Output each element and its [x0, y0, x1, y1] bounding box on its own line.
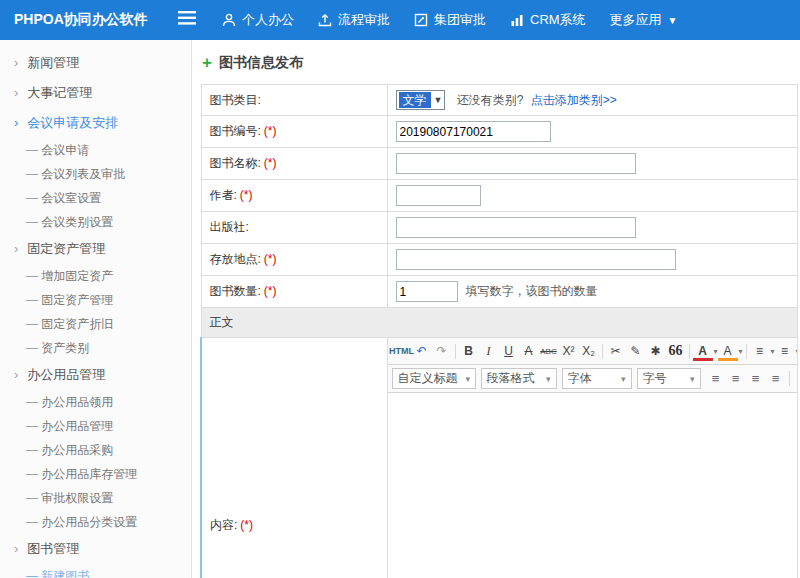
book-name-input[interactable] — [396, 153, 636, 174]
nav-item-personal-office[interactable]: 个人办公 — [222, 11, 294, 29]
category-select[interactable]: 文学 ▼ — [396, 90, 446, 110]
numbered-list-button[interactable]: ≡ — [775, 341, 795, 361]
required-mark: (*) — [240, 518, 253, 532]
nav-item-more-apps[interactable]: 更多应用 ▼ — [610, 11, 678, 29]
sidebar-item-meeting-apply[interactable]: 会议申请 — [0, 138, 191, 162]
subscript-button[interactable]: X₂ — [579, 341, 599, 361]
nav-item-crm[interactable]: CRM系统 — [510, 11, 586, 29]
author-label: 作者: — [210, 188, 237, 202]
required-mark: (*) — [264, 284, 277, 298]
toolbar-separator — [455, 344, 456, 359]
crm-chart-icon — [510, 13, 524, 27]
cut-icon[interactable]: ✂ — [606, 341, 626, 361]
font-size-dropdown[interactable]: 字号 — [637, 368, 701, 389]
quantity-input[interactable] — [396, 281, 458, 302]
spellcheck-button[interactable]: ABC — [539, 341, 559, 361]
chevron-right-icon: › — [14, 369, 18, 381]
sidebar-item-supplies-claim[interactable]: 办公用品领用 — [0, 390, 191, 414]
required-mark: (*) — [240, 188, 253, 202]
clear-format-icon[interactable]: ✱ — [646, 341, 666, 361]
sidebar-item-meeting-list-approval[interactable]: 会议列表及审批 — [0, 162, 191, 186]
bullet-list-button[interactable]: ≡ — [750, 341, 770, 361]
workflow-approval-icon — [318, 13, 332, 27]
required-mark: (*) — [264, 252, 277, 266]
book-number-label: 图书编号: — [210, 124, 261, 138]
location-input[interactable] — [396, 249, 676, 270]
form-row-quantity: 图书数量:(*) 填写数字，该图书的数量 — [201, 276, 798, 308]
toolbar-separator — [689, 344, 690, 359]
required-mark: (*) — [264, 156, 277, 170]
nav-label: 流程审批 — [338, 11, 390, 29]
sidebar-item-add-fixed-asset[interactable]: 增加固定资产 — [0, 264, 191, 288]
main-content: + 图书信息发布 图书类目: 文学 ▼ 还没有类别? 点击添加类别>> 图书编号… — [192, 40, 800, 578]
align-right-icon[interactable]: ≡ — [746, 369, 766, 389]
highlight-color-caret-icon[interactable]: ▾ — [739, 347, 743, 356]
nav-item-workflow-approval[interactable]: 流程审批 — [318, 11, 390, 29]
publisher-input[interactable] — [396, 217, 636, 238]
toolbar-separator — [789, 371, 790, 386]
author-input[interactable] — [396, 185, 481, 206]
bold-button[interactable]: B — [459, 341, 479, 361]
select-arrow-icon: ▼ — [434, 95, 443, 105]
align-left-icon[interactable]: ≡ — [706, 369, 726, 389]
publisher-label: 出版社: — [210, 220, 249, 234]
sidebar-group-fixed-assets[interactable]: ›固定资产管理 — [0, 234, 191, 264]
sidebar-group-news-management[interactable]: ›新闻管理 — [0, 48, 191, 78]
sidebar-item-supplies-management[interactable]: 办公用品管理 — [0, 414, 191, 438]
sidebar-item-approval-permission-settings[interactable]: 审批权限设置 — [0, 486, 191, 510]
sidebar-item-supplies-category-settings[interactable]: 办公用品分类设置 — [0, 510, 191, 534]
italic-button[interactable]: I — [479, 341, 499, 361]
quantity-hint: 填写数字，该图书的数量 — [466, 284, 598, 298]
html-source-button[interactable]: HTML — [392, 341, 412, 361]
top-header: PHPOA协同办公软件 个人办公 流程审批 集团审批 CRM系统 — [0, 0, 800, 40]
sidebar-item-meeting-category-settings[interactable]: 会议类别设置 — [0, 210, 191, 234]
sidebar-group-meeting-management[interactable]: ›会议申请及安排 — [0, 108, 191, 138]
highlight-color-button[interactable]: A — [718, 341, 738, 361]
chevron-right-icon: › — [14, 57, 18, 69]
undo-icon[interactable]: ↶ — [412, 341, 432, 361]
page-title: + 图书信息发布 — [200, 50, 798, 84]
strikethrough-button[interactable]: A — [519, 341, 539, 361]
custom-title-dropdown[interactable]: 自定义标题 — [392, 368, 476, 389]
form-row-publisher: 出版社: — [201, 212, 798, 244]
editor-content-area[interactable] — [388, 393, 798, 578]
top-nav: 个人办公 流程审批 集团审批 CRM系统 更多应用 ▼ — [222, 11, 702, 29]
required-mark: (*) — [264, 124, 277, 138]
add-category-link[interactable]: 点击添加类别>> — [531, 93, 617, 107]
chevron-right-icon: › — [14, 117, 18, 129]
sidebar-item-meeting-room-settings[interactable]: 会议室设置 — [0, 186, 191, 210]
form-row-category: 图书类目: 文学 ▼ 还没有类别? 点击添加类别>> — [201, 85, 798, 116]
sidebar-item-fixed-asset-depreciation[interactable]: 固定资产折旧 — [0, 312, 191, 336]
sidebar-item-supplies-purchase[interactable]: 办公用品采购 — [0, 438, 191, 462]
sidebar-item-fixed-asset-management[interactable]: 固定资产管理 — [0, 288, 191, 312]
superscript-button[interactable]: X² — [559, 341, 579, 361]
form-row-book-name: 图书名称:(*) — [201, 148, 798, 180]
format-painter-icon[interactable]: ✎ — [626, 341, 646, 361]
sidebar-group-events-management[interactable]: ›大事记管理 — [0, 78, 191, 108]
nav-label: 集团审批 — [434, 11, 486, 29]
nav-item-group-approval[interactable]: 集团审批 — [414, 11, 486, 29]
app-logo: PHPOA协同办公软件 — [0, 11, 178, 29]
blockquote-button[interactable]: 66 — [666, 341, 686, 361]
nav-label: 更多应用 — [610, 11, 662, 29]
font-family-dropdown[interactable]: 字体 — [562, 368, 632, 389]
numbered-list-caret-icon[interactable]: ▾ — [796, 347, 797, 356]
chevron-right-icon: › — [14, 243, 18, 255]
sidebar-group-book-management[interactable]: ›图书管理 — [0, 534, 191, 564]
align-justify-icon[interactable]: ≡ — [766, 369, 786, 389]
hamburger-menu-icon[interactable] — [178, 11, 196, 29]
underline-button[interactable]: U — [499, 341, 519, 361]
redo-icon[interactable]: ↷ — [432, 341, 452, 361]
book-name-label: 图书名称: — [210, 156, 261, 170]
paragraph-format-dropdown[interactable]: 段落格式 — [481, 368, 557, 389]
sidebar-item-asset-category[interactable]: 资产类别 — [0, 336, 191, 360]
sidebar-item-supplies-inventory[interactable]: 办公用品库存管理 — [0, 462, 191, 486]
sidebar: ›新闻管理 ›大事记管理 ›会议申请及安排 会议申请 会议列表及审批 会议室设置… — [0, 40, 192, 578]
font-color-button[interactable]: A — [693, 341, 713, 361]
insert-link-icon[interactable]: ∞ — [793, 369, 798, 389]
align-center-icon[interactable]: ≡ — [726, 369, 746, 389]
sidebar-item-new-book[interactable]: 新建图书 — [0, 564, 191, 578]
book-number-input[interactable] — [396, 121, 551, 142]
sidebar-group-office-supplies[interactable]: ›办公用品管理 — [0, 360, 191, 390]
chevron-down-icon: ▼ — [668, 15, 678, 26]
